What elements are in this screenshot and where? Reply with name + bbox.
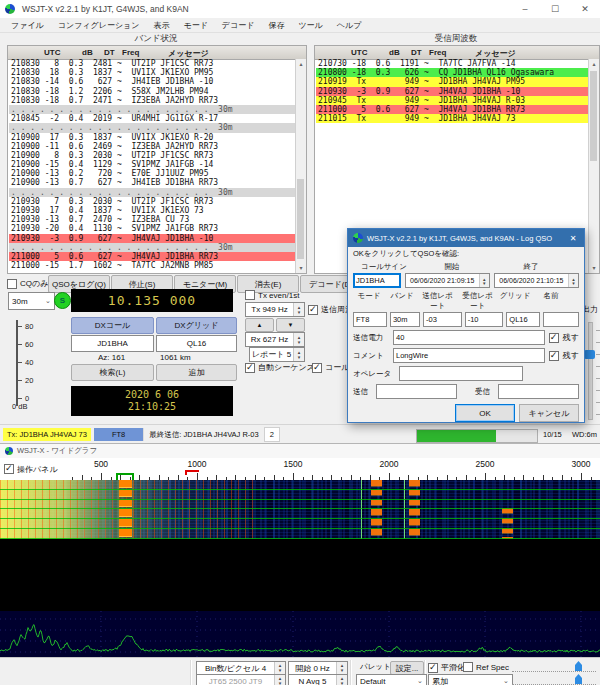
cq-only-checkbox[interactable] xyxy=(7,279,17,289)
end-datetime-spinner[interactable]: 06/06/2020 21:10:15▴▾ xyxy=(494,273,579,288)
band-field[interactable]: 30m xyxy=(390,312,420,327)
bins-per-pixel-spinner[interactable]: Bin数/ピクセル 4▴▾ xyxy=(196,661,286,675)
pwr-slider-track[interactable] xyxy=(588,322,593,420)
decode-row[interactable]: 211000 -15 1.7 1602 ~ TA7TC JA2MNB PM85 xyxy=(9,261,296,270)
retain-comment-checkbox[interactable] xyxy=(549,351,559,361)
decode-row[interactable]: 211015 Tx 949 ~ JD1BHA JH4VAJ 73 xyxy=(316,114,589,123)
decode-row[interactable]: 210930 -3 0.9 627 ~ JH4VAJ JD1BHA -10 xyxy=(9,234,296,243)
band-activity-scrollbar[interactable] xyxy=(295,59,306,273)
menu-item[interactable]: 表示 xyxy=(146,20,176,31)
ok-button[interactable]: OK xyxy=(455,404,515,422)
controls-panel-checkbox[interactable] xyxy=(4,464,14,474)
operator-field[interactable] xyxy=(399,366,523,381)
decode-row[interactable]: 210845 -2 0.4 2019 ~ UR4MHI JG1IGX R-17 xyxy=(9,114,296,123)
menu-item[interactable]: ファイル xyxy=(4,20,51,31)
minimize-button[interactable]: – xyxy=(510,0,540,18)
decode-row[interactable]: 210919 Tx 949 ~ JD1BHA JH4VAJ PM95 xyxy=(316,77,589,86)
zero-slider-handle[interactable] xyxy=(575,674,582,684)
frequency-ruler[interactable]: 50010001500200025003000 xyxy=(0,458,600,481)
decode-row[interactable]: 210945 Tx 949 ~ JD1BHA JH4VAJ R-03 xyxy=(316,96,589,105)
decode-row[interactable]: 210930 -20 0.4 1130 ~ SV1PMZ JA1FGB RR73 xyxy=(9,224,296,233)
palette-label: パレット xyxy=(360,661,391,673)
pwr-slider-handle[interactable] xyxy=(584,350,595,359)
decode-row[interactable]: 210900 -13 0.7 627 ~ JH4IEB JD1BHA RR73 xyxy=(9,178,296,187)
dx-grid-button[interactable]: DXグリッド xyxy=(156,317,237,334)
decode-row[interactable]: 210930 -13 0.7 2470 ~ IZ3EBA CU 73 xyxy=(9,215,296,224)
waterfall-display[interactable] xyxy=(0,480,600,539)
decode-row[interactable]: 210830 -18 1.2 2206 ~ S58X JM2LHB PM94 xyxy=(9,87,296,96)
tx-freq-spinner[interactable]: Tx 949 Hz▴▾ xyxy=(245,302,305,317)
decode-row[interactable]: 210800 -18 0.3 626 ~ CQ JD1BHA QL16 Ogas… xyxy=(316,68,589,77)
decode-row[interactable]: 210830 -18 0.7 2471 ~ IZ3EBA JA2HYD RR73 xyxy=(9,96,296,105)
dx-grid-field[interactable]: QL16 xyxy=(156,335,237,352)
exch-sent-field[interactable] xyxy=(376,384,457,399)
rcvd-report-field[interactable]: -10 xyxy=(465,312,504,327)
spectrum-type-select[interactable]: 累加⌄ xyxy=(428,674,513,685)
sent-report-field[interactable]: -03 xyxy=(423,312,462,327)
gain-slider-handle[interactable] xyxy=(575,661,582,671)
decode-row[interactable]: 211000 5 0.6 627 ~ JH4VAJ JD1BHA RR73 xyxy=(316,105,589,114)
retain-power-checkbox[interactable] xyxy=(549,333,559,343)
gain-slider[interactable] xyxy=(512,661,596,672)
call-field[interactable]: JD1BHA xyxy=(353,273,401,288)
mode-field[interactable]: FT8 xyxy=(353,312,387,327)
decode-row[interactable]: 210830 8 0.3 2481 ~ UT2IP JF1CSC RR73 xyxy=(9,59,296,68)
dialog-close-icon[interactable]: ✕ xyxy=(562,234,584,243)
comment-field[interactable]: LongWire xyxy=(393,348,545,363)
start-freq-spinner[interactable]: 開始 0 Hz▴▾ xyxy=(288,661,348,675)
decode-row[interactable]: 210900 -15 0.4 1129 ~ SV1PMZ JA1FGB -14 xyxy=(9,160,296,169)
decode-row[interactable]: 210830 18 0.3 1837 ~ UV1IX JK1EXO PM95 xyxy=(9,68,296,77)
adjust-palette-button[interactable]: 設定... xyxy=(390,661,424,675)
auto-seq-checkbox[interactable] xyxy=(245,363,255,373)
freq-down-button[interactable]: ▼ xyxy=(276,318,305,332)
tx-even-checkbox[interactable] xyxy=(245,290,255,300)
n-avg-spinner[interactable]: N Avg 5▴▾ xyxy=(288,674,348,685)
maximize-button[interactable]: ☐ xyxy=(540,0,570,18)
decode-row[interactable]: 210930 7 0.3 2030 ~ UT2IP JF1CSC RR73 xyxy=(9,197,296,206)
start-datetime-spinner[interactable]: 06/06/2020 21:09:15▴▾ xyxy=(405,273,490,288)
dx-call-button[interactable]: DXコール xyxy=(71,317,154,334)
menu-item[interactable]: デコード xyxy=(215,20,262,31)
status-progress-text: 10/15 xyxy=(543,430,562,439)
decode-row[interactable]: 210930 -3 0.9 627 ~ JH4VAJ JD1BHA -10 xyxy=(316,87,589,96)
menu-item[interactable]: 保存 xyxy=(261,20,291,31)
mode-label: モード xyxy=(353,291,385,311)
decode-row[interactable]: 210900 -11 0.6 2469 ~ IZ3EBA JA2HYD RR73 xyxy=(9,142,296,151)
palette-select[interactable]: Default⌄ xyxy=(356,674,427,685)
dx-call-field[interactable]: JD1BHA xyxy=(71,335,154,352)
tx-freq-marker[interactable] xyxy=(185,470,199,475)
decode-row[interactable]: 210900 17 0.3 1837 ~ UV1IX JK1EXO R-20 xyxy=(9,133,296,142)
decode-row[interactable]: 210830 -14 0.6 627 ~ JH4IEB JD1BHA -10 xyxy=(9,77,296,86)
band-select[interactable]: 30m⌄ xyxy=(8,292,55,310)
report-spinner[interactable]: レポート 5▴▾ xyxy=(249,347,305,362)
lookup-button[interactable]: 検索(L) xyxy=(71,364,154,381)
zero-slider[interactable] xyxy=(512,674,596,685)
grid-field[interactable]: QL16 xyxy=(506,312,540,327)
power-field[interactable]: 40 xyxy=(393,330,545,345)
menu-item[interactable]: ヘルプ xyxy=(330,20,369,31)
menu-item[interactable]: コンフィグレーション xyxy=(51,20,147,31)
decode-row[interactable]: 211000 5 0.6 627 ~ JH4VAJ JD1BHA RR73 xyxy=(9,252,296,261)
decode-row[interactable]: 210900 8 0.3 2030 ~ UT2IP JF1CSC RR73 xyxy=(9,151,296,160)
ruler-label: 500 xyxy=(94,459,108,469)
wsjtx-app: WSJT-X v2.2.1 by K1JT, G4WJS, and K9AN –… xyxy=(0,0,600,685)
add-button[interactable]: 追加 xyxy=(156,364,237,381)
exch-rcvd-field[interactable] xyxy=(498,384,579,399)
wsjtx-app-icon xyxy=(5,447,13,455)
close-button[interactable]: ✕ xyxy=(570,0,600,18)
menu-item[interactable]: ツール xyxy=(291,20,329,31)
decode-row[interactable]: 210900 -13 0.2 720 ~ E70E JJ1UUZ PM95 xyxy=(9,169,296,178)
decode-row[interactable]: 210730 -18 0.6 1191 ~ TA7TC JA7FVA -14 xyxy=(316,59,589,68)
menu-item[interactable]: モード xyxy=(176,20,214,31)
ref-spec-checkbox[interactable] xyxy=(463,662,473,672)
rx-frequency-scrollbar[interactable] xyxy=(588,59,599,273)
call-first-checkbox[interactable] xyxy=(312,363,322,373)
hold-tx-freq-checkbox[interactable] xyxy=(308,305,318,315)
rx-freq-spinner[interactable]: Rx 627 Hz▴▾ xyxy=(245,332,305,347)
cancel-button[interactable]: キャンセル xyxy=(519,404,579,422)
name-field[interactable] xyxy=(543,312,579,327)
smooth-checkbox[interactable] xyxy=(428,663,438,673)
decode-row[interactable]: 210930 17 0.4 1837 ~ UV1IX JK1EXO 73 xyxy=(9,206,296,215)
rx-freq-marker[interactable] xyxy=(116,473,134,480)
freq-up-button[interactable]: ▲ xyxy=(245,318,274,332)
